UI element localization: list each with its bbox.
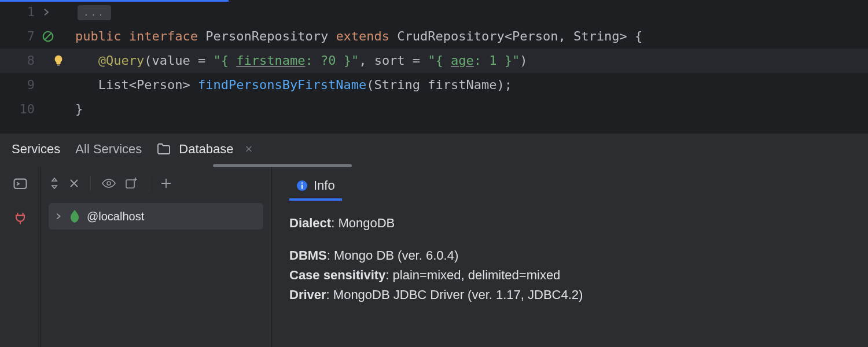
detail-pane: Info Dialect: MongoDB DBMS: Mongo DB (ve… [272,167,868,347]
folder-icon [157,143,171,155]
info-icon [296,180,308,191]
code-text[interactable]: @Query(value = "{ firstname: ?0 }", sort… [75,49,528,73]
info-tab[interactable]: Info [289,173,342,201]
line-number: 8 [0,49,42,73]
datasource-node-localhost[interactable]: @localhost [49,203,263,230]
database-tab[interactable]: Database × [157,142,252,157]
info-row: Driver: MongoDB JDBC Driver (ver. 1.17, … [289,285,851,305]
all-services-breadcrumb[interactable]: All Services [75,142,142,157]
code-line: 9 List<Person> findPersonsByFirstName(St… [0,73,868,97]
detail-tabs: Info [289,173,851,201]
services-header: Services All Services Database × [0,133,868,164]
fold-ellipsis[interactable]: ... [78,5,111,20]
services-tree: @localhost [41,167,272,347]
plus-icon[interactable] [160,177,172,190]
code-line: 1 ... [0,0,868,24]
line-number: 1 [0,0,42,24]
svg-line-1 [45,34,52,40]
info-body: Dialect: MongoDB DBMS: Mongo DB (ver. 6.… [289,201,851,305]
close-tab-icon[interactable]: × [245,142,252,157]
no-entry-icon[interactable] [42,30,54,43]
expand-collapse-icon[interactable] [49,176,60,190]
close-x-icon[interactable] [68,178,80,189]
side-rail [0,167,41,347]
info-row: Dialect: MongoDB [289,213,851,233]
progress-bar [0,0,229,2]
line-number: 9 [0,73,42,97]
svg-point-4 [107,182,111,185]
tree-toolbar [41,167,271,200]
datasource-label: @localhost [87,210,144,223]
eye-icon[interactable] [101,178,116,189]
plug-icon[interactable] [12,210,28,226]
code-text[interactable]: List<Person> findPersonsByFirstName(Stri… [75,73,512,97]
code-text[interactable]: } [75,97,83,121]
chevron-right-icon [54,212,62,220]
database-tab-label: Database [179,142,233,157]
toolbar-divider [149,176,149,191]
toolbar-divider [90,176,91,191]
code-line: 8 @Query(value = "{ firstname: ?0 }", so… [0,49,868,73]
code-editor[interactable]: 1 ... 7 public interface PersonRepositor… [0,0,868,133]
svg-rect-5 [126,180,134,188]
chevron-right-icon[interactable] [42,8,51,17]
code-line: 7 public interface PersonRepository exte… [0,24,868,49]
info-row: DBMS: Mongo DB (ver. 6.0.4) [289,246,851,265]
tab-underline [0,164,868,167]
bulb-icon[interactable] [52,54,65,67]
line-number: 10 [0,97,42,121]
svg-rect-2 [57,65,60,66]
code-text[interactable]: public interface PersonRepository extend… [75,24,642,49]
svg-rect-8 [301,183,303,184]
svg-rect-7 [301,185,303,189]
code-line: 10 } [0,97,868,121]
line-number: 7 [0,24,42,49]
console-icon[interactable] [12,176,28,193]
services-title: Services [12,142,60,157]
svg-rect-3 [14,179,26,189]
info-row: Case sensitivity: plain=mixed, delimited… [289,265,851,285]
new-square-icon[interactable] [124,176,138,190]
info-tab-label: Info [314,178,335,193]
services-body: @localhost Info Dialect: MongoDB DBMS: M… [0,167,868,347]
mongodb-leaf-icon [69,210,80,223]
